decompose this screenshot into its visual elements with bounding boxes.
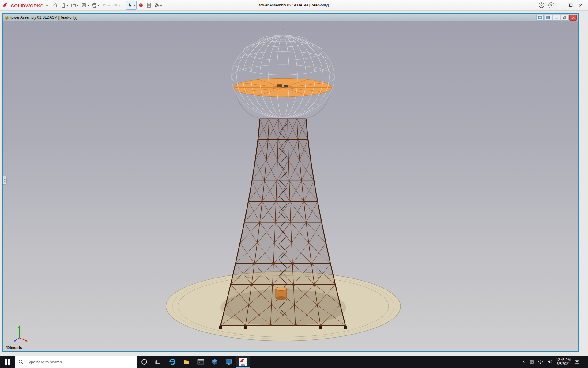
edge-icon	[169, 358, 176, 366]
cortana-button[interactable]	[137, 356, 151, 368]
restore-icon	[563, 16, 566, 19]
undo-button[interactable]	[101, 1, 111, 9]
open-button[interactable]	[70, 1, 80, 9]
menu-expand-arrow-icon[interactable]: ▸	[47, 3, 48, 7]
select-cursor-icon	[127, 2, 133, 8]
options-button[interactable]	[153, 1, 163, 9]
task-view-icon	[155, 358, 162, 365]
redo-button[interactable]	[111, 1, 121, 9]
solidworks-logo: SOLID WORKS	[2, 2, 43, 8]
cortana-icon	[141, 358, 148, 365]
view-orientation-label: *Dimetric	[6, 346, 22, 350]
help-icon: ?	[548, 2, 554, 8]
triad-x-label: x	[28, 338, 30, 341]
taskbar-app-solidworks[interactable]: 2021	[236, 356, 250, 368]
chevron-down-icon[interactable]	[77, 5, 79, 7]
taskbar: 2021 12:46 PM 3/5/2021	[0, 356, 588, 368]
clock-date: 3/5/2021	[557, 362, 570, 366]
file-properties-icon	[146, 2, 152, 8]
chevron-down-icon[interactable]	[108, 5, 110, 7]
solidworks-version-badge: 2021	[241, 364, 245, 366]
print-button[interactable]	[91, 1, 100, 9]
action-center-button[interactable]	[574, 359, 580, 364]
select-tool-button[interactable]	[126, 1, 137, 10]
home-button[interactable]	[51, 1, 59, 9]
start-button[interactable]	[0, 356, 15, 368]
search-input[interactable]	[26, 359, 134, 365]
redo-icon	[112, 2, 118, 8]
print-icon	[92, 2, 97, 8]
document-window: tower Assembly 02.SLDASM [Read-only]	[2, 13, 579, 352]
child-close-button[interactable]	[569, 15, 577, 21]
chevron-down-icon[interactable]	[66, 5, 68, 7]
document-titlebar[interactable]: tower Assembly 02.SLDASM [Read-only]	[3, 14, 578, 21]
chevron-down-icon[interactable]	[87, 5, 89, 7]
search-icon	[18, 359, 23, 364]
document-title: tower Assembly 02.SLDASM [Read-only]	[10, 15, 77, 20]
chevron-down-icon[interactable]	[134, 5, 135, 7]
cube-icon	[211, 358, 218, 366]
solidworks-app-icon: 2021	[239, 358, 247, 366]
taskbar-app-display[interactable]	[222, 356, 236, 368]
open-folder-icon	[71, 2, 76, 8]
brand-solid-text: SOLID	[11, 3, 25, 8]
assembly-icon	[4, 15, 9, 20]
system-tray: 12:46 PM 3/5/2021	[519, 356, 588, 368]
new-document-button[interactable]	[59, 1, 69, 9]
options-gear-icon	[154, 2, 160, 8]
taskbar-clock[interactable]: 12:46 PM 3/5/2021	[556, 358, 571, 366]
minimize-icon	[559, 3, 563, 7]
child-restore-button[interactable]	[561, 15, 568, 21]
network-icon[interactable]	[538, 360, 543, 364]
taskbar-app-file-explorer[interactable]	[179, 356, 194, 368]
ds-logo-icon	[2, 2, 10, 7]
split-vertical-button[interactable]	[536, 15, 544, 21]
clock-time: 12:46 PM	[556, 358, 571, 362]
app-titlebar[interactable]: SOLID WORKS ▸ tower Ass	[0, 0, 588, 11]
appearance-ball-icon	[138, 2, 144, 8]
close-icon	[572, 16, 575, 19]
child-minimize-button[interactable]	[553, 15, 560, 21]
featuremanager-collapsed-tab[interactable]	[3, 176, 7, 185]
graphics-area[interactable]: x *Dimetric	[3, 21, 578, 351]
home-icon	[52, 2, 58, 8]
file-properties-button[interactable]	[145, 1, 153, 9]
taskbar-app-3d-viewer[interactable]	[208, 356, 222, 368]
terminal-icon	[197, 358, 204, 366]
folder-icon	[183, 358, 190, 366]
close-button[interactable]	[576, 1, 586, 10]
tray-icon[interactable]	[529, 360, 534, 364]
chevron-down-icon[interactable]	[160, 5, 162, 7]
account-button[interactable]	[537, 1, 546, 10]
user-icon	[538, 2, 545, 8]
orientation-triad: x	[9, 323, 32, 343]
maximize-button[interactable]	[566, 1, 576, 10]
split-horizontal-icon	[546, 16, 550, 19]
task-view-button[interactable]	[151, 356, 165, 368]
windows-logo-icon	[5, 359, 10, 365]
close-icon	[579, 3, 582, 7]
volume-icon[interactable]	[547, 360, 552, 364]
save-button[interactable]	[80, 1, 90, 9]
save-icon	[81, 2, 87, 8]
taskbar-app-terminal[interactable]	[194, 356, 208, 368]
appearance-button[interactable]	[137, 1, 145, 9]
split-horizontal-button[interactable]	[545, 15, 552, 21]
new-document-icon	[60, 2, 66, 8]
help-button[interactable]: ?	[546, 1, 556, 10]
taskbar-app-edge[interactable]	[165, 356, 179, 368]
tray-expand-button[interactable]	[521, 360, 526, 364]
brand-works-text: WORKS	[25, 3, 43, 8]
expand-panel-icon	[4, 179, 6, 182]
taskbar-search[interactable]	[15, 356, 137, 368]
minimize-button[interactable]	[556, 1, 566, 10]
minimize-icon	[555, 16, 558, 19]
undo-icon	[102, 2, 107, 8]
tower-3d-model[interactable]	[3, 21, 578, 351]
chevron-down-icon[interactable]	[119, 5, 120, 7]
restore-icon	[569, 3, 573, 7]
monitor-icon	[225, 358, 232, 366]
split-vertical-icon	[538, 16, 542, 19]
chevron-down-icon[interactable]	[98, 5, 100, 7]
